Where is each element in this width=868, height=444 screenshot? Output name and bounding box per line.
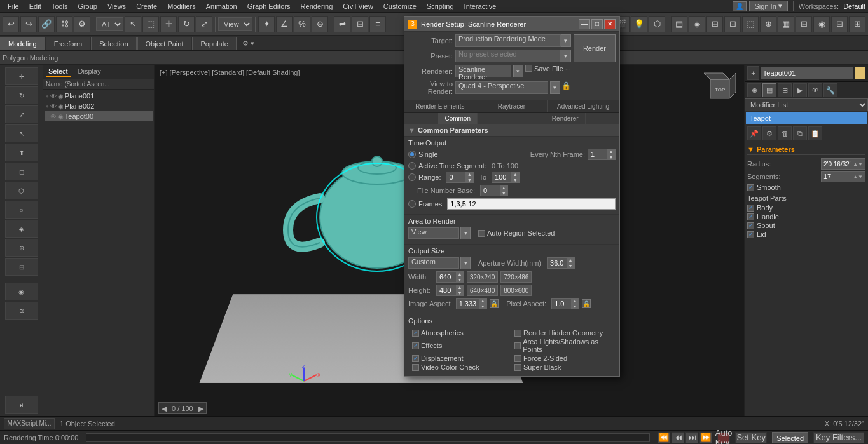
- frames-input[interactable]: [447, 198, 616, 210]
- up-arrow[interactable]: ▲: [571, 298, 579, 304]
- preset-arrow[interactable]: ▾: [561, 50, 571, 62]
- copy-modifier-btn[interactable]: ⧉: [793, 126, 807, 140]
- lid-checkbox[interactable]: ✓: [747, 231, 754, 238]
- up-arrow[interactable]: ▲: [500, 185, 507, 191]
- image-aspect-field[interactable]: 1.333 ▲▼: [456, 298, 488, 309]
- sign-in-button[interactable]: Sign In ▾: [749, 1, 788, 11]
- up-arrow[interactable]: ▲: [465, 172, 473, 177]
- menu-customize[interactable]: Customize: [378, 1, 422, 11]
- menu-modifiers[interactable]: Modifiers: [162, 1, 201, 11]
- set-btn[interactable]: ◈: [689, 16, 705, 32]
- menu-file[interactable]: File: [3, 1, 24, 11]
- align-view-button[interactable]: ≡: [369, 16, 386, 32]
- scene-tab-select[interactable]: Select: [46, 66, 71, 77]
- aperture-field[interactable]: 36.0 ▲▼: [547, 257, 575, 269]
- paint-tool[interactable]: ◉: [5, 283, 38, 300]
- display-tab-btn[interactable]: 👁: [808, 83, 822, 97]
- play-btn[interactable]: ⏪: [658, 432, 670, 443]
- list-item[interactable]: ● 👁 ◉ Plane002: [45, 101, 153, 111]
- move-tool[interactable]: ✛: [5, 67, 38, 85]
- rotate-tool[interactable]: ↻: [5, 86, 38, 104]
- view-dropdown-field[interactable]: Quad 4 - Perspective: [455, 81, 548, 94]
- eye-icon[interactable]: 👁: [50, 113, 57, 120]
- range-to-field[interactable]: 100 ▲▼: [492, 172, 520, 183]
- tab-populate[interactable]: Populate: [192, 37, 236, 50]
- maxscript-area[interactable]: MAXScript Mi...: [4, 418, 55, 429]
- pixel-aspect-field[interactable]: 1.0 ▲▼: [551, 298, 579, 309]
- render-button[interactable]: Render: [574, 34, 616, 62]
- aspect-lock-icon[interactable]: 🔒: [490, 299, 499, 308]
- maximize-btn[interactable]: □: [591, 19, 603, 29]
- select-move-button[interactable]: ✛: [160, 16, 177, 32]
- menu-edit[interactable]: Edit: [24, 1, 46, 11]
- light-btn[interactable]: 💡: [631, 16, 647, 32]
- object-color-swatch[interactable]: [855, 67, 865, 79]
- tab-extra[interactable]: ⚙ ▾: [237, 37, 259, 50]
- hierarchy-tab-btn[interactable]: ⊞: [778, 83, 792, 97]
- preset-320-btn[interactable]: 320×240: [467, 271, 498, 283]
- create-tab-btn[interactable]: ⊕: [747, 83, 761, 97]
- more-options-icon[interactable]: ···: [565, 65, 571, 77]
- snap-toggle[interactable]: ✦: [258, 16, 275, 32]
- down-arrow[interactable]: ▼: [607, 154, 615, 160]
- menu-tools[interactable]: Tools: [46, 1, 73, 11]
- file-number-field[interactable]: 0 ▲▼: [480, 185, 508, 196]
- rtab-raytracer[interactable]: Raytracer: [476, 100, 548, 112]
- link-button[interactable]: 🔗: [38, 16, 55, 32]
- next-frame[interactable]: ▶: [196, 403, 206, 413]
- rtab-advanced[interactable]: Advanced Lighting: [548, 100, 619, 112]
- size-preset-arrow[interactable]: ▾: [460, 257, 471, 269]
- list-item[interactable]: ● 👁 ◉ Plane001: [45, 91, 153, 101]
- bevel-tool[interactable]: ◻: [5, 163, 38, 180]
- menu-group[interactable]: Group: [72, 1, 102, 11]
- handle-checkbox[interactable]: ✓: [747, 213, 754, 220]
- up-arrow[interactable]: ▲: [479, 298, 486, 304]
- extrude-tool[interactable]: ⬆: [5, 144, 38, 161]
- delete-modifier-btn[interactable]: 🗑: [778, 126, 792, 140]
- modify-tab-btn[interactable]: ▤: [762, 83, 776, 97]
- height-field[interactable]: 480 ▲▼: [436, 285, 464, 296]
- unlink-button[interactable]: ⛓: [56, 16, 72, 32]
- key-filters-btn[interactable]: Key Filters...: [813, 432, 864, 443]
- list-item[interactable]: ● 👁 ◉ Teapot00: [45, 111, 153, 121]
- redo-button[interactable]: ↪: [20, 16, 37, 32]
- layers-btn[interactable]: ▤: [671, 16, 687, 32]
- scale-button[interactable]: ⤢: [196, 16, 212, 32]
- tab-object-paint[interactable]: Object Paint: [137, 37, 192, 50]
- smooth-checkbox[interactable]: ✓: [747, 184, 754, 191]
- range-radio[interactable]: [408, 173, 416, 181]
- up-arrow[interactable]: ▲: [607, 149, 615, 154]
- extra-btn2[interactable]: ⬚: [742, 16, 759, 32]
- end-btn[interactable]: ⏩: [699, 432, 712, 443]
- timeline-bar[interactable]: [86, 433, 650, 442]
- lock-icon[interactable]: 🔒: [562, 81, 571, 90]
- preset-640-btn[interactable]: 640×480: [467, 285, 498, 296]
- down-arrow[interactable]: ▼: [571, 304, 579, 309]
- spout-checkbox[interactable]: ✓: [747, 222, 754, 229]
- extra-btn6[interactable]: ◉: [813, 16, 830, 32]
- select-button[interactable]: ↖: [125, 16, 141, 32]
- menu-views[interactable]: Views: [102, 1, 131, 11]
- next-frame-btn[interactable]: ⏭: [685, 432, 698, 443]
- utils-tab-btn[interactable]: 🔧: [823, 83, 837, 97]
- active-segment-radio[interactable]: [408, 162, 416, 170]
- modifier-dropdown[interactable]: Modifier List: [745, 98, 868, 111]
- rtab-elements[interactable]: Render Elements: [404, 100, 476, 112]
- config-btn[interactable]: ⚙: [762, 126, 776, 140]
- prev-frame-btn[interactable]: ⏮: [672, 432, 684, 443]
- single-radio[interactable]: [408, 151, 416, 158]
- down-arrow[interactable]: ▼: [500, 191, 507, 196]
- down-arrow[interactable]: ▼: [465, 177, 473, 183]
- video-color-checkbox[interactable]: [412, 364, 419, 371]
- area-lights-checkbox[interactable]: [514, 342, 521, 349]
- mirror-button[interactable]: ⇌: [334, 16, 350, 32]
- frames-radio[interactable]: [408, 200, 416, 208]
- auto-region-checkbox[interactable]: [478, 230, 485, 237]
- range-from-field[interactable]: 0 ▲▼: [446, 172, 474, 183]
- menu-scripting[interactable]: Scripting: [422, 1, 459, 11]
- rotate-button[interactable]: ↻: [178, 16, 195, 32]
- preset-dropdown[interactable]: No preset selected: [455, 50, 561, 62]
- width-field[interactable]: 640 ▲▼: [436, 271, 464, 283]
- radius-value[interactable]: 2'0 16/32" ▲▼: [821, 158, 865, 170]
- auto-key-btn[interactable]: Auto Key: [717, 432, 730, 443]
